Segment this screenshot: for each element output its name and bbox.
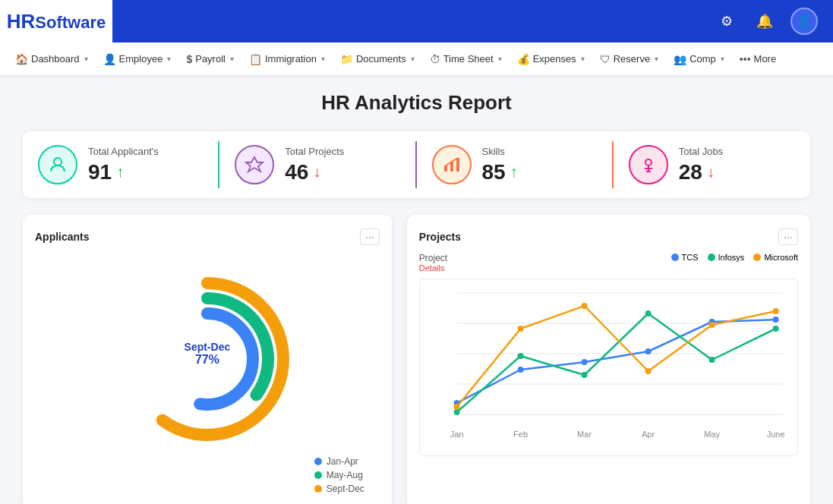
nav-documents[interactable]: 📁 Documents ▾: [333, 43, 422, 76]
chart-label-subtitle: Details: [419, 263, 447, 272]
applicants-card-header: Applicants ···: [35, 228, 380, 245]
svg-text:Feb: Feb: [513, 430, 528, 439]
legend-tcs: TCS: [671, 253, 699, 262]
top-bar: ⚙ 🔔 👤: [0, 0, 833, 43]
jobs-trend-icon: ↓: [707, 163, 715, 181]
skills-icon: [442, 155, 462, 175]
legend-circle-tcs: [671, 254, 679, 261]
stat-applicants: Total Applicant's 91 ↑: [23, 131, 219, 198]
svg-point-24: [517, 353, 523, 359]
donut-legend: Jan-Apr May-Aug Sept-Dec: [314, 456, 380, 494]
legend-dot-sept-dec: [314, 485, 322, 493]
svg-point-31: [581, 303, 587, 309]
legend-sept-dec: Sept-Dec: [314, 484, 364, 494]
svg-point-22: [772, 317, 778, 323]
chevron-down-icon: ▾: [167, 55, 171, 63]
nav-immigration[interactable]: 📋 Immigration ▾: [241, 43, 333, 76]
nav-expenses[interactable]: 💰 Expenses ▾: [510, 43, 592, 76]
svg-text:Jan: Jan: [450, 430, 464, 439]
nav-timesheet-label: Time Sheet: [443, 53, 494, 65]
expenses-icon: 💰: [517, 53, 530, 65]
legend-label-sept-dec: Sept-Dec: [327, 484, 364, 494]
reserve-icon: 🛡: [600, 53, 611, 65]
legend-label-infosys: Infosys: [718, 253, 745, 262]
skills-value: 85 ↑: [482, 160, 598, 184]
svg-point-30: [517, 326, 523, 332]
chevron-down-icon: ▾: [498, 55, 502, 63]
applicants-icon-wrap: [38, 145, 77, 184]
svg-rect-3: [450, 162, 453, 172]
employee-icon: 👤: [103, 53, 116, 65]
legend-label-jan-apr: Jan-Apr: [327, 456, 358, 467]
line-chart-area: Jan Feb Mar Apr May June: [419, 279, 798, 456]
projects-card-header: Projects ···: [419, 228, 798, 245]
legend-jan-apr: Jan-Apr: [314, 456, 364, 467]
svg-point-32: [645, 368, 651, 374]
documents-icon: 📁: [340, 53, 353, 65]
dashboard-icon: 🏠: [15, 53, 28, 65]
user-avatar[interactable]: 👤: [790, 8, 818, 35]
applicants-card-title: Applicants: [35, 231, 90, 243]
skills-label: Skills: [482, 146, 598, 157]
nav-more[interactable]: ••• More: [732, 43, 784, 76]
projects-icon-wrap: [235, 145, 274, 184]
nav-immigration-label: Immigration: [265, 53, 317, 65]
chevron-down-icon: ▾: [321, 55, 325, 63]
chart-legend: TCS Infosys Microsoft: [671, 253, 798, 262]
applicants-value: 91 ↑: [88, 160, 204, 184]
bell-icon[interactable]: 🔔: [753, 9, 777, 33]
nav-dashboard-label: Dashboard: [31, 53, 80, 65]
applicants-label: Total Applicant's: [88, 146, 204, 157]
line-chart: Jan Feb Mar Apr May June: [423, 285, 794, 452]
immigration-icon: 📋: [249, 53, 262, 65]
skills-icon-wrap: [432, 145, 472, 184]
chart-sub-header: Project Details TCS Infosys: [419, 253, 798, 272]
svg-point-20: [645, 348, 651, 354]
stat-skills: Skills 85 ↑: [417, 131, 614, 198]
svg-point-11: [162, 313, 253, 405]
legend-circle-microsoft: [753, 254, 761, 261]
svg-point-0: [54, 158, 62, 165]
svg-point-33: [708, 322, 715, 328]
svg-point-5: [645, 159, 652, 165]
projects-card: Projects ··· Project Details TCS: [407, 215, 810, 504]
skills-trend-icon: ↑: [510, 163, 518, 181]
projects-info: Total Projects 46 ↓: [285, 146, 401, 184]
legend-label-may-aug: May-Aug: [327, 470, 363, 480]
nav-bar: 🏠 Dashboard ▾ 👤 Employee ▾ $ Payroll ▾ 📋…: [0, 43, 833, 76]
svg-text:May: May: [704, 430, 720, 439]
page-title: HR Analytics Report: [23, 91, 810, 115]
svg-point-27: [708, 357, 715, 363]
nav-comp[interactable]: 👥 Comp ▾: [666, 43, 732, 76]
nav-comp-label: Comp: [689, 53, 716, 65]
svg-point-19: [581, 359, 587, 365]
nav-more-label: More: [754, 53, 777, 65]
stat-projects: Total Projects 46 ↓: [219, 131, 416, 198]
settings-icon[interactable]: ⚙: [715, 9, 739, 33]
nav-payroll[interactable]: $ Payroll ▾: [178, 43, 241, 76]
nav-payroll-label: Payroll: [195, 53, 226, 65]
applicants-menu-button[interactable]: ···: [360, 228, 380, 245]
jobs-label: Total Jobs: [679, 146, 795, 157]
logo: HRSoftware: [0, 0, 112, 43]
chevron-down-icon: ▾: [411, 55, 415, 63]
projects-trend-icon: ↓: [313, 163, 320, 181]
svg-rect-4: [456, 158, 459, 172]
applicants-trend-icon: ↑: [116, 163, 124, 181]
applicants-icon: [48, 155, 68, 175]
svg-point-25: [581, 372, 587, 378]
chart-labels: Project Details: [419, 253, 447, 272]
projects-icon: [245, 155, 264, 175]
projects-menu-button[interactable]: ···: [778, 228, 798, 245]
applicants-card: Applicants ··· Sep: [23, 215, 392, 504]
nav-reserve[interactable]: 🛡 Reserve ▾: [592, 43, 666, 76]
nav-timesheet[interactable]: ⏱ Time Sheet ▾: [422, 43, 510, 76]
chart-label-title: Project: [419, 253, 447, 263]
nav-expenses-label: Expenses: [533, 53, 576, 65]
nav-employee[interactable]: 👤 Employee ▾: [96, 43, 179, 76]
nav-dashboard[interactable]: 🏠 Dashboard ▾: [8, 43, 96, 76]
chevron-down-icon: ▾: [230, 55, 234, 63]
jobs-value: 28 ↓: [679, 160, 795, 184]
stats-row: Total Applicant's 91 ↑ Total Projects: [23, 131, 810, 198]
payroll-icon: $: [186, 53, 192, 65]
